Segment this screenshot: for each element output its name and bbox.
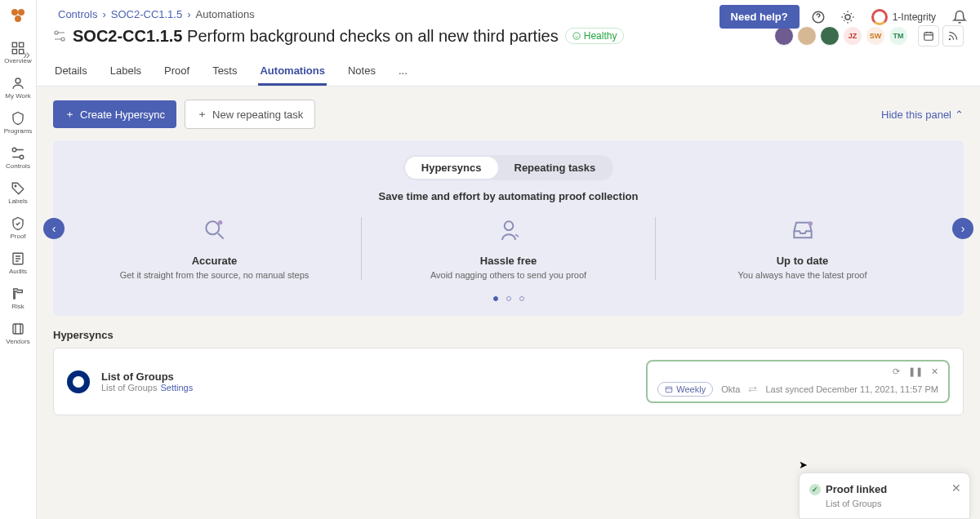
panel-tab-hypersyncs[interactable]: Hypersyncs xyxy=(405,157,498,179)
detail-tabs: Details Labels Proof Tests Automations N… xyxy=(53,58,964,86)
inbox-icon xyxy=(790,217,816,243)
breadcrumb-mid[interactable]: SOC2-CC1.1.5 xyxy=(111,8,182,20)
carousel-dot[interactable] xyxy=(506,296,511,301)
last-synced: Last synced December 11, 2021, 11:57 PM xyxy=(765,384,938,394)
collapse-icon: ⌃ xyxy=(955,109,964,121)
expand-sidebar-icon[interactable]: » xyxy=(23,47,30,62)
sync-settings-link[interactable]: Settings xyxy=(160,383,193,393)
sidebar-item-risk[interactable]: Risk xyxy=(11,286,25,310)
plus-icon: ＋ xyxy=(197,107,207,122)
svg-point-6 xyxy=(20,155,24,159)
tab-labels[interactable]: Labels xyxy=(109,58,143,86)
svg-point-21 xyxy=(218,220,222,224)
svg-point-12 xyxy=(15,16,21,22)
svg-rect-2 xyxy=(12,50,16,54)
mouse-cursor-icon: ➤ xyxy=(799,459,808,471)
content-area: ＋Create Hypersync ＋New repeating task Hi… xyxy=(37,86,980,428)
app-logo-icon xyxy=(8,6,28,25)
sync-source: Okta xyxy=(721,384,740,394)
smile-icon xyxy=(572,32,581,40)
toast-subtitle: List of Groups xyxy=(826,499,960,508)
calendar-icon xyxy=(665,385,673,393)
svg-rect-9 xyxy=(13,324,23,334)
sync-meta: ⟳ ❚❚ ✕ Weekly Okta ⮂ Last synced Decembe… xyxy=(646,360,950,403)
breadcrumb-root[interactable]: Controls xyxy=(58,8,97,20)
org-avatar-icon xyxy=(871,9,888,25)
link-icon: ⮂ xyxy=(748,384,757,394)
avatar[interactable] xyxy=(797,26,817,46)
tab-details[interactable]: Details xyxy=(53,58,89,86)
theme-icon[interactable] xyxy=(837,7,858,28)
sidebar-item-labels[interactable]: Labels xyxy=(8,181,28,205)
svg-point-23 xyxy=(808,221,812,225)
page-title: SOC2-CC1.1.5 Perform background checks o… xyxy=(73,27,559,46)
refresh-icon[interactable]: ⟳ xyxy=(893,366,900,377)
org-selector[interactable]: 1-Integrity xyxy=(866,6,941,29)
carousel-prev-button[interactable]: ‹ xyxy=(43,218,65,239)
sidebar-item-mywork[interactable]: My Work xyxy=(5,76,30,100)
carousel-next-button[interactable]: › xyxy=(952,218,973,239)
hypersync-row[interactable]: List of Groups List of GroupsSettings ⟳ … xyxy=(53,348,964,415)
sync-subtitle: List of Groups xyxy=(101,383,157,393)
avatar[interactable] xyxy=(774,26,794,46)
sidebar-item-programs[interactable]: Programs xyxy=(4,111,33,135)
panel-subtitle: Save time and effort by automating proof… xyxy=(68,190,949,202)
svg-rect-0 xyxy=(12,42,16,47)
person-icon xyxy=(496,217,522,243)
carousel-dots xyxy=(68,296,949,301)
panel-tab-repeating[interactable]: Repeating tasks xyxy=(498,157,612,179)
help-icon[interactable] xyxy=(808,7,829,28)
sidebar-item-proof[interactable]: Proof xyxy=(10,216,25,240)
feature-hassle-free: Hassle freeAvoid nagging others to send … xyxy=(362,217,656,280)
svg-point-15 xyxy=(55,31,58,34)
svg-point-19 xyxy=(949,39,950,40)
tab-notes[interactable]: Notes xyxy=(346,58,377,86)
page-header: Controls› SOC2-CC1.1.5› Automations Need… xyxy=(37,0,980,86)
avatar[interactable]: SW xyxy=(866,26,885,46)
carousel-dot[interactable] xyxy=(493,296,498,301)
header-actions: Need help? 1-Integrity xyxy=(719,5,970,29)
svg-point-5 xyxy=(12,148,16,152)
notification-icon[interactable] xyxy=(949,7,970,28)
pause-icon[interactable]: ❚❚ xyxy=(908,366,923,377)
new-repeating-task-button[interactable]: ＋New repeating task xyxy=(185,100,315,129)
tab-proof[interactable]: Proof xyxy=(163,58,191,86)
svg-point-14 xyxy=(845,15,850,20)
need-help-button[interactable]: Need help? xyxy=(719,5,800,29)
svg-point-20 xyxy=(206,221,219,234)
avatar[interactable]: TM xyxy=(889,26,908,46)
hide-panel-link[interactable]: Hide this panel ⌃ xyxy=(881,109,964,121)
svg-point-7 xyxy=(15,185,16,187)
plus-icon: ＋ xyxy=(65,107,75,122)
create-hypersync-button[interactable]: ＋Create Hypersync xyxy=(53,100,176,128)
sidebar-item-audits[interactable]: Audits xyxy=(9,251,27,275)
svg-point-22 xyxy=(504,221,513,230)
okta-logo-icon xyxy=(67,370,90,393)
frequency-badge: Weekly xyxy=(657,382,713,397)
section-title: Hypersyncs xyxy=(53,329,964,341)
avatar[interactable] xyxy=(820,26,840,46)
control-icon xyxy=(53,29,66,42)
carousel-dot[interactable] xyxy=(519,296,524,301)
svg-rect-24 xyxy=(666,387,673,393)
feature-accurate: AccurateGet it straight from the source,… xyxy=(68,217,362,280)
svg-point-17 xyxy=(573,33,580,39)
avatar[interactable]: JZ xyxy=(843,26,862,46)
svg-rect-18 xyxy=(924,33,933,40)
tab-automations[interactable]: Automations xyxy=(258,58,326,86)
svg-point-11 xyxy=(18,9,24,16)
svg-point-16 xyxy=(61,38,65,41)
tab-tests[interactable]: Tests xyxy=(211,58,238,86)
sidebar-item-controls[interactable]: Controls xyxy=(6,146,30,170)
sidebar-item-vendors[interactable]: Vendors xyxy=(6,322,29,345)
svg-point-10 xyxy=(11,9,18,16)
svg-point-4 xyxy=(16,78,20,83)
search-icon xyxy=(202,217,228,243)
close-icon[interactable]: ✕ xyxy=(931,366,938,377)
tab-more[interactable]: ... xyxy=(397,58,409,86)
toast-close-button[interactable]: ✕ xyxy=(951,481,961,495)
info-panel: ‹ › Hypersyncs Repeating tasks Save time… xyxy=(53,140,964,316)
sync-title: List of Groups xyxy=(101,370,193,383)
status-badge: Healthy xyxy=(565,28,625,44)
toast-notification: ✕ ✓Proof linked List of Groups xyxy=(799,472,970,519)
